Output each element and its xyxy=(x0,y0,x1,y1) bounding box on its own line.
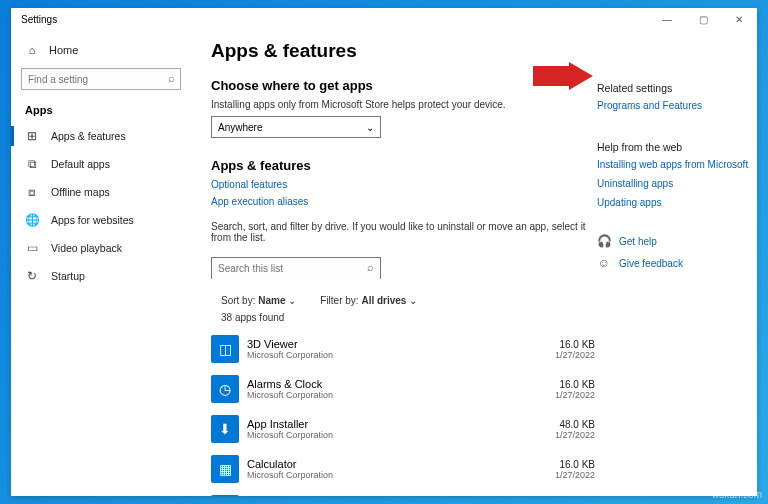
app-size: 48.0 KB xyxy=(555,419,595,430)
apps-found-count: 38 apps found xyxy=(221,312,597,323)
app-publisher: Microsoft Corporation xyxy=(247,470,333,480)
content: Apps & features Choose where to get apps… xyxy=(211,40,597,496)
sidebar-item-apps-websites[interactable]: 🌐Apps for websites xyxy=(11,206,191,234)
app-icon: ◉ xyxy=(211,495,239,496)
annotation-arrow xyxy=(533,62,593,90)
home-link[interactable]: ⌂ Home xyxy=(11,38,191,62)
app-date: 1/27/2022 xyxy=(555,430,595,440)
help-link-uninstall[interactable]: Uninstalling apps xyxy=(597,178,749,189)
sidebar-category: Apps xyxy=(11,100,191,122)
nav-label: Startup xyxy=(51,270,85,282)
sidebar-item-apps-features[interactable]: ⊞Apps & features xyxy=(11,122,191,150)
minimize-button[interactable]: — xyxy=(649,8,685,30)
get-help-link[interactable]: 🎧Get help xyxy=(597,234,749,248)
app-row[interactable]: ◉CameraMicrosoft Corporation16.0 KB1/27/… xyxy=(211,489,597,496)
app-search-input[interactable] xyxy=(212,259,380,279)
app-name: Alarms & Clock xyxy=(247,378,333,390)
startup-icon: ↻ xyxy=(25,269,39,283)
programs-and-features-link[interactable]: Programs and Features xyxy=(597,100,749,111)
app-row[interactable]: ⬇App InstallerMicrosoft Corporation48.0 … xyxy=(211,409,597,449)
sidebar-item-startup[interactable]: ↻Startup xyxy=(11,262,191,290)
right-panel: Related settings Programs and Features H… xyxy=(597,40,757,496)
settings-window: Settings — ▢ ✕ ⌂ Home ⌕ Apps ⊞Apps & fea… xyxy=(11,8,757,496)
app-publisher: Microsoft Corporation xyxy=(247,350,333,360)
window-controls: — ▢ ✕ xyxy=(649,8,757,30)
watermark: wsxdn.com xyxy=(712,489,762,500)
home-icon: ⌂ xyxy=(25,44,39,56)
optional-features-link[interactable]: Optional features xyxy=(211,179,597,190)
app-icon: ◷ xyxy=(211,375,239,403)
sidebar-search-input[interactable] xyxy=(21,68,181,90)
nav-label: Apps for websites xyxy=(51,214,134,226)
app-row[interactable]: ◫3D ViewerMicrosoft Corporation16.0 KB1/… xyxy=(211,329,597,369)
app-date: 1/27/2022 xyxy=(555,390,595,400)
help-heading: Help from the web xyxy=(597,141,749,153)
sidebar-item-video-playback[interactable]: ▭Video playback xyxy=(11,234,191,262)
default-apps-icon: ⧉ xyxy=(25,157,39,171)
source-value: Anywhere xyxy=(218,122,262,133)
app-icon: ⬇ xyxy=(211,415,239,443)
sort-dropdown[interactable]: Sort by: Name ⌄ xyxy=(221,295,296,306)
sidebar-item-offline-maps[interactable]: ⧈Offline maps xyxy=(11,178,191,206)
search-icon: ⌕ xyxy=(168,72,175,84)
home-label: Home xyxy=(49,44,78,56)
nav-label: Offline maps xyxy=(51,186,110,198)
choose-desc: Installing apps only from Microsoft Stor… xyxy=(211,99,597,110)
maximize-button[interactable]: ▢ xyxy=(685,8,721,30)
apps-features-heading: Apps & features xyxy=(211,158,597,173)
app-date: 1/27/2022 xyxy=(555,470,595,480)
sidebar-search[interactable]: ⌕ xyxy=(21,68,181,90)
apps-list: ◫3D ViewerMicrosoft Corporation16.0 KB1/… xyxy=(211,329,597,496)
app-size: 16.0 KB xyxy=(555,339,595,350)
sidebar-nav: ⊞Apps & features ⧉Default apps ⧈Offline … xyxy=(11,122,191,290)
app-name: 3D Viewer xyxy=(247,338,333,350)
apps-features-icon: ⊞ xyxy=(25,129,39,143)
app-publisher: Microsoft Corporation xyxy=(247,390,333,400)
nav-label: Video playback xyxy=(51,242,122,254)
sidebar-item-default-apps[interactable]: ⧉Default apps xyxy=(11,150,191,178)
nav-label: Default apps xyxy=(51,158,110,170)
app-row[interactable]: ◷Alarms & ClockMicrosoft Corporation16.0… xyxy=(211,369,597,409)
window-body: ⌂ Home ⌕ Apps ⊞Apps & features ⧉Default … xyxy=(11,34,757,496)
related-settings-heading: Related settings xyxy=(597,82,749,94)
filter-dropdown[interactable]: Filter by: All drives ⌄ xyxy=(320,295,417,306)
close-button[interactable]: ✕ xyxy=(721,8,757,30)
app-execution-aliases-link[interactable]: App execution aliases xyxy=(211,196,597,207)
feedback-icon: ☺ xyxy=(597,256,611,270)
offline-maps-icon: ⧈ xyxy=(25,185,39,199)
app-name: App Installer xyxy=(247,418,333,430)
main-area: Apps & features Choose where to get apps… xyxy=(191,34,757,496)
give-feedback-link[interactable]: ☺Give feedback xyxy=(597,256,749,270)
nav-label: Apps & features xyxy=(51,130,126,142)
apps-websites-icon: 🌐 xyxy=(25,213,39,227)
app-name: Calculator xyxy=(247,458,333,470)
titlebar: Settings — ▢ ✕ xyxy=(11,8,757,34)
sidebar: ⌂ Home ⌕ Apps ⊞Apps & features ⧉Default … xyxy=(11,34,191,496)
app-row[interactable]: ▦CalculatorMicrosoft Corporation16.0 KB1… xyxy=(211,449,597,489)
app-search[interactable]: ⌕ xyxy=(211,257,381,279)
help-link-update[interactable]: Updating apps xyxy=(597,197,749,208)
source-dropdown[interactable]: Anywhere ⌄ xyxy=(211,116,381,138)
video-playback-icon: ▭ xyxy=(25,241,39,255)
filter-row: Sort by: Name ⌄ Filter by: All drives ⌄ xyxy=(221,295,597,306)
window-title: Settings xyxy=(21,8,57,25)
app-publisher: Microsoft Corporation xyxy=(247,430,333,440)
help-icon: 🎧 xyxy=(597,234,611,248)
app-icon: ◫ xyxy=(211,335,239,363)
app-size: 16.0 KB xyxy=(555,379,595,390)
search-desc: Search, sort, and filter by drive. If yo… xyxy=(211,221,597,243)
app-date: 1/27/2022 xyxy=(555,350,595,360)
page-title: Apps & features xyxy=(211,40,597,62)
help-link-install[interactable]: Installing web apps from Microsoft xyxy=(597,159,749,170)
app-icon: ▦ xyxy=(211,455,239,483)
app-size: 16.0 KB xyxy=(555,459,595,470)
svg-marker-0 xyxy=(533,62,593,90)
search-icon: ⌕ xyxy=(367,261,374,273)
chevron-down-icon: ⌄ xyxy=(366,122,374,133)
